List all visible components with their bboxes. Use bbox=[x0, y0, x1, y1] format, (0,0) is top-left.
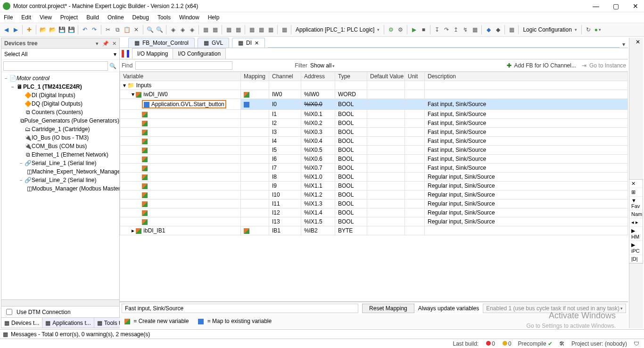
tree-item[interactable]: −🖥PLC_1 (TM241CE24R) bbox=[1, 83, 119, 91]
cell[interactable]: BOOL bbox=[335, 217, 367, 226]
rebuild-button[interactable]: ▦ bbox=[211, 25, 219, 34]
cell[interactable] bbox=[335, 81, 367, 90]
dock-item[interactable]: ▶ iPC bbox=[629, 241, 643, 255]
pane-close-icon[interactable]: ✕ bbox=[112, 41, 116, 46]
cell[interactable] bbox=[120, 208, 241, 217]
cell[interactable] bbox=[120, 173, 241, 182]
cell[interactable] bbox=[120, 119, 241, 128]
misc-3[interactable]: ▦ bbox=[248, 25, 256, 34]
menu-view[interactable]: View bbox=[40, 14, 52, 21]
menu-online[interactable]: Online bbox=[107, 14, 124, 21]
misc-2[interactable]: ▦ bbox=[234, 25, 242, 34]
tree-item[interactable]: 🗂Cartridge_1 (Cartridge) bbox=[1, 125, 119, 133]
tree-item[interactable]: 🔶DI (Digital Inputs) bbox=[1, 91, 119, 99]
cell[interactable] bbox=[120, 137, 241, 146]
cell[interactable] bbox=[241, 99, 269, 110]
pane-menu-icon[interactable]: ▾ bbox=[96, 41, 99, 46]
misc-4[interactable]: ▦ bbox=[257, 25, 265, 34]
cell[interactable]: I9 bbox=[269, 182, 301, 191]
open-project-button[interactable]: 📂 bbox=[48, 25, 57, 34]
cell[interactable] bbox=[405, 173, 425, 182]
cell[interactable] bbox=[120, 155, 241, 164]
cell[interactable] bbox=[241, 81, 269, 90]
tree-item[interactable]: ◫Modbus_Manager (Modbus Master) bbox=[1, 184, 119, 193]
use-dtm-checkbox[interactable] bbox=[6, 309, 12, 315]
cell[interactable]: I8 bbox=[269, 173, 301, 182]
cell[interactable]: %IX0.4 bbox=[301, 137, 335, 146]
cell[interactable]: I4 bbox=[269, 137, 301, 146]
io-mapping-grid[interactable]: VariableMappingChannelAddressTypeDefault… bbox=[120, 72, 628, 302]
close-icon[interactable]: ✕ bbox=[255, 40, 259, 46]
col-header[interactable]: Address bbox=[301, 72, 335, 81]
cell[interactable]: Regular input, Sink/Source bbox=[425, 182, 628, 191]
delete-button[interactable]: ✕ bbox=[132, 25, 140, 34]
cell[interactable]: Regular input, Sink/Source bbox=[425, 191, 628, 199]
cell[interactable] bbox=[241, 208, 269, 217]
menu-help[interactable]: Help bbox=[208, 14, 220, 21]
cell[interactable]: I0 bbox=[269, 99, 301, 110]
cell[interactable]: %IX0.0 bbox=[301, 99, 335, 110]
cell[interactable] bbox=[367, 164, 405, 173]
dock-item[interactable]: Nam bbox=[629, 210, 643, 218]
cell[interactable] bbox=[120, 128, 241, 137]
col-header[interactable]: Description bbox=[425, 72, 628, 81]
cell[interactable]: BOOL bbox=[335, 173, 367, 182]
cell[interactable] bbox=[405, 99, 425, 110]
cell[interactable]: %IX0.6 bbox=[301, 155, 335, 164]
tab-io-configuration[interactable]: I/O Configuration bbox=[173, 48, 226, 59]
cell[interactable]: Fast input, Sink/Source bbox=[425, 119, 628, 128]
cell[interactable] bbox=[120, 191, 241, 199]
cell[interactable]: I10 bbox=[269, 191, 301, 199]
cell[interactable]: %IX1.4 bbox=[301, 208, 335, 217]
cell[interactable] bbox=[120, 182, 241, 191]
cell[interactable] bbox=[367, 208, 405, 217]
cell[interactable] bbox=[405, 155, 425, 164]
tree-item[interactable]: −📄Motor control bbox=[1, 74, 119, 83]
misc-10[interactable]: ▦ bbox=[507, 25, 516, 34]
close-button[interactable]: ✕ bbox=[630, 2, 641, 10]
cell[interactable] bbox=[367, 128, 405, 137]
step-in-button[interactable]: ↧ bbox=[433, 25, 441, 34]
cell[interactable]: I2 bbox=[269, 119, 301, 128]
cell[interactable]: BOOL bbox=[335, 110, 367, 119]
cell[interactable]: WORD bbox=[335, 90, 367, 99]
cell[interactable]: I13 bbox=[269, 217, 301, 226]
cell[interactable]: %IW0 bbox=[301, 90, 335, 99]
reset-mapping-button[interactable]: Reset Mapping bbox=[362, 304, 414, 313]
app-context-combo[interactable]: Application [PLC_1: PLC Logic] bbox=[294, 26, 381, 33]
sidetab[interactable]: ▦Applications t... bbox=[42, 318, 94, 328]
misc-9[interactable]: ◆ bbox=[494, 25, 502, 34]
doc-tab-FB_Motor_Control[interactable]: ▦FB_Motor_Control bbox=[128, 38, 195, 48]
cell[interactable]: BOOL bbox=[335, 208, 367, 217]
cell[interactable] bbox=[367, 119, 405, 128]
cell[interactable]: Fast input, Sink/Source bbox=[425, 99, 628, 110]
cell[interactable]: BOOL bbox=[335, 146, 367, 155]
cell[interactable] bbox=[405, 208, 425, 217]
tree-item[interactable]: 🔌IO_Bus (IO bus - TM3) bbox=[1, 133, 119, 142]
cell[interactable] bbox=[241, 217, 269, 226]
tab-io-mapping[interactable]: I/O Mapping bbox=[132, 48, 173, 59]
cell[interactable] bbox=[425, 90, 628, 99]
cell[interactable] bbox=[120, 110, 241, 119]
tree-item[interactable]: −🔗Serial_Line_1 (Serial line) bbox=[1, 159, 119, 167]
cell[interactable]: BOOL bbox=[335, 164, 367, 173]
cell[interactable]: Fast input, Sink/Source bbox=[425, 155, 628, 164]
cell[interactable]: %IX0.3 bbox=[301, 128, 335, 137]
cell[interactable] bbox=[405, 191, 425, 199]
tree-item[interactable]: ◫Machine_Expert_Network_Manager bbox=[1, 167, 119, 176]
cell[interactable]: Fast input, Sink/Source bbox=[425, 164, 628, 173]
menu-file[interactable]: File bbox=[4, 14, 13, 21]
cell[interactable]: BOOL bbox=[335, 191, 367, 199]
cell[interactable] bbox=[405, 217, 425, 226]
new-button[interactable]: ✚ bbox=[25, 25, 33, 34]
menu-project[interactable]: Project bbox=[60, 14, 78, 21]
find-button[interactable]: 🔍 bbox=[146, 25, 154, 34]
cell[interactable] bbox=[241, 137, 269, 146]
cell[interactable]: I5 bbox=[269, 146, 301, 155]
cell[interactable] bbox=[120, 146, 241, 155]
misc-8[interactable]: ◆ bbox=[484, 25, 493, 34]
cell[interactable] bbox=[120, 217, 241, 226]
col-header[interactable]: Variable bbox=[120, 72, 241, 81]
tree-item[interactable]: 🔶DQ (Digital Outputs) bbox=[1, 99, 119, 108]
tree-item[interactable]: 🔌COM_Bus (COM bus) bbox=[1, 142, 119, 150]
